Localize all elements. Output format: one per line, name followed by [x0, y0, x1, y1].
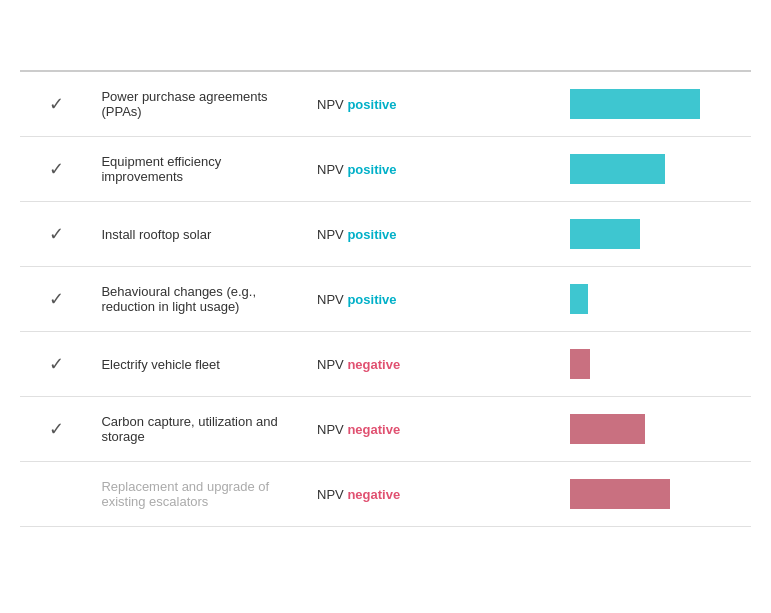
- lever-cell: Equipment efficiency improvements: [93, 137, 309, 202]
- table-row: Replacement and upgrade of existing esca…: [20, 462, 751, 527]
- lever-cell: Replacement and upgrade of existing esca…: [93, 462, 309, 527]
- lever-cell: Behavioural changes (e.g., reduction in …: [93, 267, 309, 332]
- table-row: ✓Equipment efficiency improvementsNPV po…: [20, 137, 751, 202]
- positive-bar: [570, 89, 700, 119]
- chart-cell: [562, 462, 751, 527]
- npv-value: negative: [347, 487, 400, 502]
- npv-prefix: NPV: [317, 292, 347, 307]
- npv-value: negative: [347, 357, 400, 372]
- npv-prefix: NPV: [317, 422, 347, 437]
- lever-cell: Power purchase agreements (PPAs): [93, 71, 309, 137]
- chart-cell: [562, 71, 751, 137]
- npv-prefix: NPV: [317, 487, 347, 502]
- bar-container: [570, 346, 735, 382]
- npv-value: positive: [347, 227, 396, 242]
- table-row: ✓Power purchase agreements (PPAs)NPV pos…: [20, 71, 751, 137]
- checkmark-icon: ✓: [49, 159, 64, 179]
- chart-cell: [562, 267, 751, 332]
- selected-cell: ✓: [20, 137, 93, 202]
- chart-cell: [562, 332, 751, 397]
- checkmark-icon: ✓: [49, 289, 64, 309]
- positive-bar: [570, 284, 588, 314]
- checkmark-icon: ✓: [49, 224, 64, 244]
- npv-cell: NPV negative: [309, 462, 562, 527]
- lever-cell: Install rooftop solar: [93, 202, 309, 267]
- npv-cell: NPV positive: [309, 202, 562, 267]
- npv-value: positive: [347, 292, 396, 307]
- bar-container: [570, 151, 735, 187]
- npv-cell: NPV positive: [309, 137, 562, 202]
- chart-cell: [562, 137, 751, 202]
- negative-bar: [570, 349, 590, 379]
- table-row: ✓Install rooftop solarNPV positive: [20, 202, 751, 267]
- checkmark-icon: ✓: [49, 419, 64, 439]
- selected-cell: [20, 462, 93, 527]
- main-container: ✓Power purchase agreements (PPAs)NPV pos…: [0, 0, 771, 547]
- positive-bar: [570, 219, 640, 249]
- checkmark-icon: ✓: [49, 94, 64, 114]
- decarbonization-table: ✓Power purchase agreements (PPAs)NPV pos…: [20, 20, 751, 527]
- npv-prefix: NPV: [317, 97, 347, 112]
- selected-cell: ✓: [20, 267, 93, 332]
- lever-cell: Electrify vehicle fleet: [93, 332, 309, 397]
- col-header-chart: [562, 20, 751, 71]
- npv-value: negative: [347, 422, 400, 437]
- bar-container: [570, 476, 735, 512]
- selected-cell: ✓: [20, 397, 93, 462]
- lever-cell: Carbon capture, utilization and storage: [93, 397, 309, 462]
- bar-container: [570, 216, 735, 252]
- negative-bar: [570, 414, 645, 444]
- bar-container: [570, 281, 735, 317]
- table-row: ✓Behavioural changes (e.g., reduction in…: [20, 267, 751, 332]
- col-header-lever: [93, 20, 309, 71]
- selected-cell: ✓: [20, 71, 93, 137]
- col-header-npv: [309, 20, 562, 71]
- npv-cell: NPV positive: [309, 71, 562, 137]
- table-row: ✓Carbon capture, utilization and storage…: [20, 397, 751, 462]
- negative-bar: [570, 479, 670, 509]
- npv-prefix: NPV: [317, 357, 347, 372]
- npv-prefix: NPV: [317, 227, 347, 242]
- checkmark-icon: ✓: [49, 354, 64, 374]
- npv-value: positive: [347, 97, 396, 112]
- chart-cell: [562, 202, 751, 267]
- npv-cell: NPV negative: [309, 397, 562, 462]
- bar-container: [570, 411, 735, 447]
- selected-cell: ✓: [20, 202, 93, 267]
- col-header-selected: [20, 20, 93, 71]
- npv-prefix: NPV: [317, 162, 347, 177]
- npv-cell: NPV positive: [309, 267, 562, 332]
- table-row: ✓Electrify vehicle fleetNPV negative: [20, 332, 751, 397]
- bar-container: [570, 86, 735, 122]
- positive-bar: [570, 154, 665, 184]
- npv-value: positive: [347, 162, 396, 177]
- selected-cell: ✓: [20, 332, 93, 397]
- npv-cell: NPV negative: [309, 332, 562, 397]
- chart-cell: [562, 397, 751, 462]
